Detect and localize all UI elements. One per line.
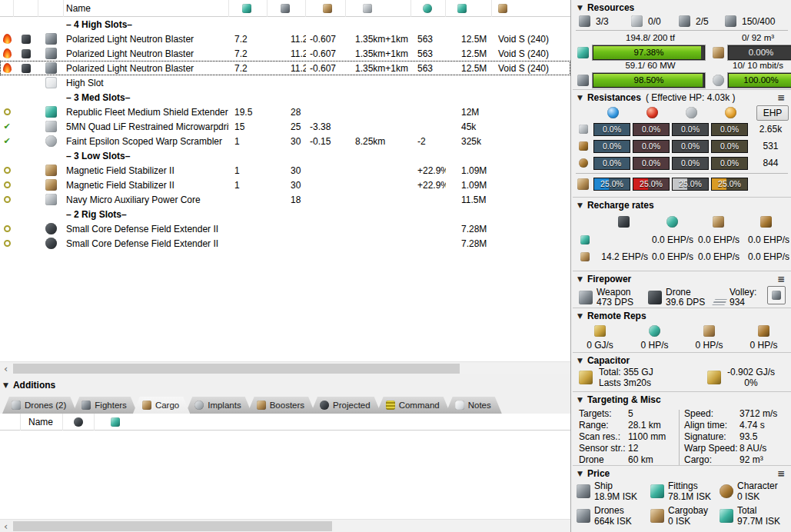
module-state-cell[interactable] [0,236,14,251]
recharge-value: 0.0 EHP/s [741,234,791,245]
charge-cell[interactable] [14,192,38,207]
remote-rep-value: 0 HP/s [749,340,777,351]
fit-module-row[interactable]: High Slot [0,75,570,90]
module-name: Polarized Light Neutron Blaster [64,32,229,46]
price-panel-title[interactable]: ▼ Price ≡ [573,466,791,480]
module-state-cell[interactable] [0,163,14,178]
scroll-left-icon[interactable]: ‹ [0,363,12,374]
stat-cpu: 19.5 [229,105,268,119]
optimal-range-column-header[interactable] [346,0,411,17]
module-state-cell[interactable] [0,178,14,192]
damage-profile-icon [577,178,589,190]
cpu-column-header[interactable] [229,0,268,17]
charge-cell[interactable] [14,46,38,61]
tab-boosters[interactable]: Boosters [248,397,315,414]
drone-dps-item: Drone 39.6 DPS [648,288,705,308]
fitting-horizontal-scrollbar[interactable]: ‹ › [0,361,570,374]
tab-implants[interactable]: Implants [185,397,251,414]
stat-range [346,192,411,207]
module-state-cell[interactable] [0,192,14,207]
fit-module-row[interactable]: ✔Faint Epsilon Scoped Warp Scrambler130-… [0,134,570,148]
charge-cell[interactable] [14,221,38,236]
charge-cell[interactable] [14,178,38,192]
name-column-header[interactable]: Name [64,0,229,17]
fit-module-row[interactable]: Polarized Light Neutron Blaster7.211.2-0… [0,46,570,61]
module-state-cell[interactable] [0,75,14,90]
firepower-menu-icon[interactable]: ≡ [777,274,786,284]
charge-cell[interactable] [14,119,38,134]
charge-cell[interactable] [14,105,38,119]
hull-repair-icon [760,216,772,228]
module-state-cell[interactable] [0,46,14,61]
fit-module-row[interactable]: Small Core Defense Field Extender II7.28… [0,221,570,236]
stat-range [346,119,411,134]
fit-module-row[interactable]: Magnetic Field Stabilizer II130+22.9%1.0… [0,163,570,178]
capacitor-usage-column-header[interactable] [306,0,346,17]
stat-range [346,75,411,90]
fit-module-row[interactable]: Polarized Light Neutron Blaster7.211.2-0… [0,32,570,46]
charge-cell[interactable] [14,32,38,46]
recharge-panel-title[interactable]: ▼ Recharge rates [573,198,791,211]
cargo-state-column-header[interactable] [0,414,21,431]
tab-command[interactable]: Command [377,397,450,414]
stat-price: 12.5M [446,46,492,61]
charge-cell[interactable] [14,61,38,75]
module-icon-column-header[interactable] [38,0,64,17]
module-state-cell[interactable] [0,32,14,46]
price-label: Cargobay [668,505,708,516]
fitting-table-rows: – 4 High Slots–Polarized Light Neutron B… [0,17,570,251]
ammo-column-header[interactable] [492,0,570,17]
tab-notes[interactable]: Notes [446,397,502,414]
fit-module-row[interactable]: Magnetic Field Stabilizer II130+22.9%1.0… [0,178,570,192]
fit-module-row[interactable]: Polarized Light Neutron Blaster7.211.2-0… [0,61,570,75]
scrollbar-thumb[interactable] [13,521,332,531]
charge-cell[interactable] [14,163,38,178]
powergrid-column-header[interactable] [268,0,306,17]
price-menu-icon[interactable]: ≡ [777,468,786,479]
module-state-cell[interactable] [0,105,14,119]
cargo-quantity-column-header[interactable] [63,414,95,431]
remote-reps-panel-title[interactable]: ▼ Remote Reps [573,308,791,322]
cargo-price-column-header[interactable] [95,414,136,431]
online-ring-icon [4,196,11,203]
cargo-name-column-header[interactable]: Name [21,414,63,431]
resist-value: 0.0% [720,158,739,168]
fit-module-row[interactable]: Small Core Defense Field Extender II7.28… [0,236,570,251]
stat-value: 4.74 s [739,420,777,431]
launcher-hardpoints-icon [631,15,643,27]
resistances-menu-icon[interactable]: ≡ [777,92,786,103]
fit-module-row[interactable]: Navy Micro Auxiliary Power Core1811.5M [0,192,570,207]
capacitor-panel-title[interactable]: ▼ Capacitor [573,353,791,367]
fit-module-row[interactable]: Republic Fleet Medium Shield Extender19.… [0,105,570,119]
scroll-left-icon[interactable]: ‹ [0,520,12,532]
tab-cargo[interactable]: Cargo [133,397,190,414]
module-state-cell[interactable]: ✔ [0,119,14,134]
module-state-cell[interactable]: ✔ [0,134,14,148]
charge-cell[interactable] [14,134,38,148]
dps-graph-button[interactable] [767,286,786,304]
targeting-panel-title[interactable]: ▼ Targeting & Misc [573,392,791,406]
state-column-header[interactable] [0,0,14,17]
scrollbar-thumb[interactable] [13,364,460,374]
module-icon-cell [38,134,64,148]
charge-cell[interactable] [14,75,38,90]
collapse-arrow-icon: ▼ [577,396,583,404]
cargo-horizontal-scrollbar[interactable]: ‹ › [0,519,570,532]
tab-projected[interactable]: Projected [311,397,381,414]
fit-module-row[interactable]: ✔5MN Quad LiF Restrained Microwarpdrive1… [0,119,570,134]
tab-fighters[interactable]: Fighters [72,397,138,414]
firepower-panel-title[interactable]: ▼ Firepower ≡ [573,271,791,285]
charge-column-header[interactable] [14,0,38,17]
tab-drones-2[interactable]: Drones (2) [2,397,77,414]
resources-panel-title[interactable]: ▼ Resources [573,0,791,14]
charge-cell[interactable] [14,236,38,251]
resistances-panel-title[interactable]: ▼ Resistances ( Effective HP: 4.03k ) ≡ [573,90,791,104]
tracking-column-header[interactable] [411,0,446,17]
price-column-header[interactable] [446,0,492,17]
additions-section-header[interactable]: ▼ Additions [0,375,570,394]
collapse-arrow-icon: ▼ [577,201,583,209]
ehp-toggle-button[interactable]: EHP [756,105,789,121]
module-state-cell[interactable] [0,61,14,75]
stat-cpu: 15 [229,119,268,134]
module-state-cell[interactable] [0,221,14,236]
